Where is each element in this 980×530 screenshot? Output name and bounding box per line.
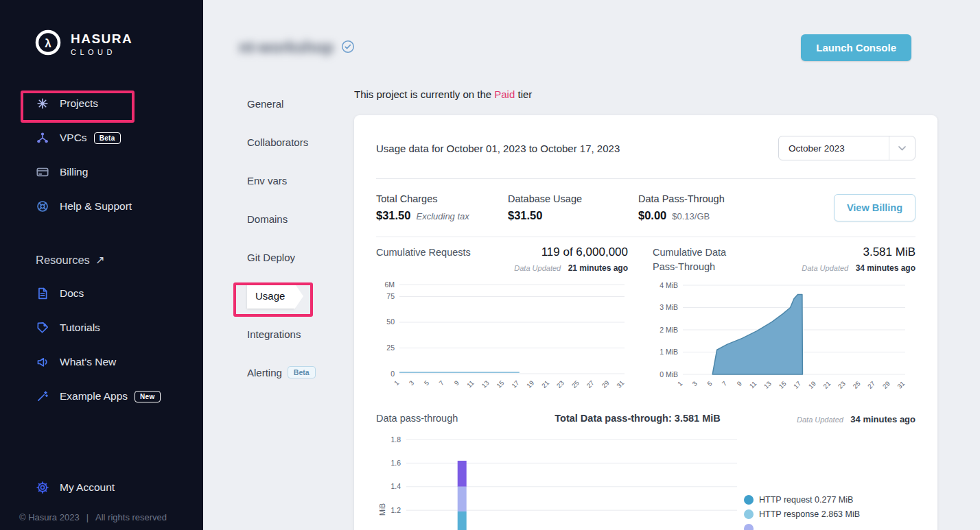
tutorials-icon — [36, 321, 49, 335]
svg-text:15: 15 — [777, 380, 787, 390]
cumulative-requests-line-chart: 6M7550250135791113151719212325272931 — [376, 280, 631, 397]
tier-paid-link[interactable]: Paid — [494, 88, 515, 100]
data-pass-through-header-row: Data pass-through Total Data pass-throug… — [376, 398, 915, 425]
stats-row: Total Charges $31.50 Excluding tax Datab… — [376, 179, 915, 237]
tab-domains[interactable]: Domains — [247, 200, 354, 238]
legend-dot — [744, 495, 754, 505]
svg-text:1 MiB: 1 MiB — [660, 348, 678, 356]
stat-total-charges: Total Charges $31.50 Excluding tax — [376, 193, 508, 222]
chart-title: Cumulative Requests — [376, 245, 471, 274]
legend-item-http-response: HTTP response 2.863 MiB — [744, 509, 889, 519]
sidebar-resources-menu: Docs Tutorials What's New — [0, 276, 203, 413]
sidebar-item-vpcs[interactable]: VPCs Beta — [0, 121, 203, 155]
hasura-cloud-logo: λ HASURA CLOUD — [34, 29, 203, 59]
project-title: nt-workshop — [239, 38, 334, 57]
footer-divider: | — [86, 512, 89, 522]
tier-notice-suffix: tier — [515, 88, 532, 100]
svg-text:MiB: MiB — [378, 503, 386, 516]
new-badge: New — [135, 391, 160, 402]
data-pass-through-bar-chart: 1.81.61.41.2MiB — [376, 435, 744, 530]
tab-env-vars[interactable]: Env vars — [247, 161, 354, 200]
chart-value: 119 of 6,000,000 — [514, 245, 628, 259]
sidebar: λ HASURA CLOUD Projects — [0, 0, 203, 530]
month-select-dropdown[interactable]: October 2023 — [778, 136, 915, 160]
legend-label: HTTP response 2.863 MiB — [759, 509, 860, 519]
sidebar-item-label: My Account — [60, 481, 115, 494]
sidebar-item-help-support[interactable]: Help & Support — [0, 189, 203, 224]
stat-label: Total Charges — [376, 193, 508, 204]
svg-text:1.6: 1.6 — [390, 459, 401, 467]
legend-item-http-request: HTTP request 0.277 MiB — [744, 495, 889, 505]
sidebar-item-label: Billing — [60, 166, 88, 178]
svg-text:1.4: 1.4 — [390, 482, 401, 490]
svg-text:9: 9 — [452, 379, 460, 387]
svg-text:λ: λ — [45, 37, 51, 50]
tab-usage-active-tab[interactable]: Usage — [247, 283, 294, 309]
chart-legend: HTTP request 0.277 MiB HTTP response 2.8… — [744, 432, 889, 530]
sidebar-item-label: Docs — [60, 287, 84, 300]
svg-text:6M: 6M — [384, 280, 395, 289]
tab-label: Domains — [247, 213, 288, 225]
launch-console-button[interactable]: Launch Console — [801, 34, 911, 61]
data-updated-label: Data Updated — [802, 264, 848, 272]
tab-integrations[interactable]: Integrations — [247, 315, 354, 353]
svg-text:25: 25 — [386, 344, 395, 352]
project-title-wrap: nt-workshop — [239, 38, 355, 57]
svg-text:4 MiB: 4 MiB — [660, 281, 678, 289]
sidebar-resources-header[interactable]: Resources ↗ — [36, 254, 203, 267]
svg-text:19: 19 — [807, 380, 817, 390]
sidebar-item-tutorials[interactable]: Tutorials — [0, 311, 203, 345]
main-header: nt-workshop Launch Console — [203, 0, 980, 61]
legend-label: HTTP request 0.277 MiB — [759, 495, 853, 505]
view-billing-button[interactable]: View Billing — [834, 194, 915, 221]
sidebar-item-my-account[interactable]: My Account — [0, 470, 203, 505]
svg-text:11: 11 — [748, 380, 758, 390]
svg-text:11: 11 — [465, 379, 476, 389]
stat-label: Data Pass-Through — [638, 193, 811, 204]
usage-card: Usage data for October 01, 2023 to Octob… — [354, 115, 937, 530]
chart-value: 3.581 MiB — [802, 245, 915, 259]
project-subnav: General Collaborators Env vars Domains G… — [247, 61, 354, 530]
svg-text:0 MiB: 0 MiB — [660, 370, 678, 378]
sidebar-menu: Projects VPCs Beta Billing — [0, 86, 203, 224]
tab-label: Alerting — [247, 367, 282, 378]
svg-text:7: 7 — [437, 379, 445, 387]
sidebar-item-projects[interactable]: Projects — [0, 86, 203, 121]
cumulative-data-pass-through-area-chart: 4 MiB3 MiB2 MiB1 MiB0 MiB135791113151719… — [653, 281, 912, 398]
data-updated-value: 34 minutes ago — [850, 414, 915, 424]
tab-collaborators[interactable]: Collaborators — [247, 123, 354, 161]
sidebar-item-example-apps[interactable]: Example Apps New — [0, 379, 203, 413]
resources-label: Resources — [36, 254, 90, 267]
tier-notice: This project is currently on the Paid ti… — [354, 88, 937, 100]
svg-text:17: 17 — [792, 380, 802, 390]
usage-range-text: Usage data for October 01, 2023 to Octob… — [376, 143, 620, 154]
tab-general[interactable]: General — [247, 84, 354, 123]
tab-label: Git Deploy — [247, 252, 295, 263]
svg-text:27: 27 — [866, 380, 876, 390]
tab-usage[interactable]: Usage — [247, 276, 354, 315]
svg-text:23: 23 — [837, 380, 847, 390]
tab-alerting[interactable]: Alerting Beta — [247, 353, 354, 392]
tab-label: Usage — [255, 290, 285, 302]
svg-text:23: 23 — [555, 379, 565, 389]
svg-text:7: 7 — [721, 380, 729, 388]
stat-value: $31.50 — [508, 209, 542, 222]
chevron-down-icon — [889, 136, 915, 160]
data-pass-through-chart-row: 1.81.61.41.2MiB HTTP request 0.277 MiB H… — [376, 425, 915, 530]
legend-dot — [744, 509, 754, 519]
logo-text: HASURA CLOUD — [71, 32, 132, 56]
sidebar-footer: © Hasura 2023 | All rights reserved — [19, 512, 167, 522]
sidebar-item-whats-new[interactable]: What's New — [0, 345, 203, 379]
svg-text:5: 5 — [423, 379, 431, 387]
megaphone-icon — [36, 355, 49, 369]
tab-label: Env vars — [247, 175, 287, 186]
sidebar-account: My Account — [0, 470, 203, 505]
sidebar-item-label: What's New — [60, 356, 116, 368]
tab-git-deploy[interactable]: Git Deploy — [247, 238, 354, 276]
data-updated-label: Data Updated — [514, 264, 561, 272]
tab-label: General — [247, 98, 283, 110]
sidebar-item-docs[interactable]: Docs — [0, 276, 203, 311]
svg-text:27: 27 — [585, 379, 595, 389]
sidebar-item-billing[interactable]: Billing — [0, 155, 203, 189]
stat-database-usage: Database Usage $31.50 — [508, 193, 638, 222]
